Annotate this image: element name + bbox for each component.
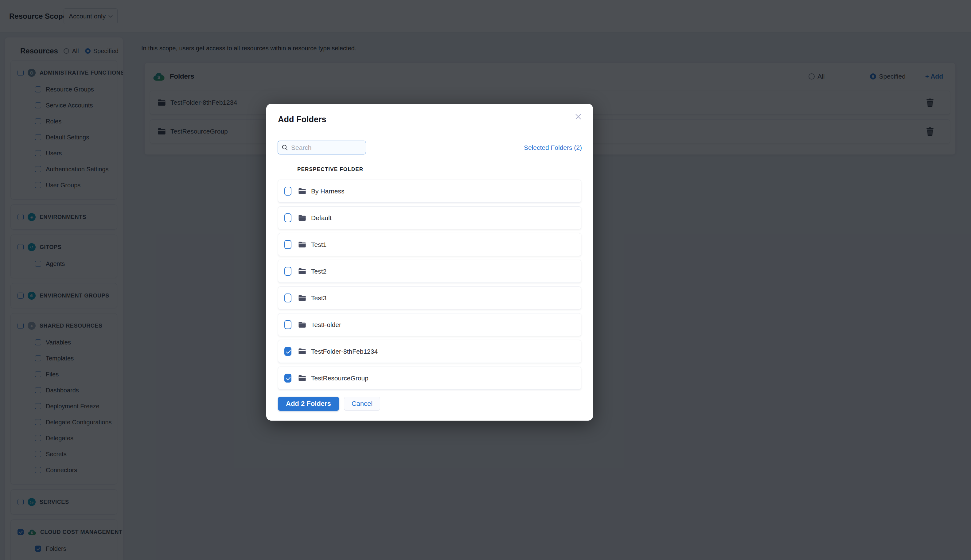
list-item[interactable]: Test3 — [278, 287, 581, 310]
folder-icon — [298, 295, 306, 301]
checkbox[interactable] — [284, 213, 292, 222]
folder-icon — [298, 268, 306, 275]
checkbox-checked[interactable] — [284, 373, 292, 383]
checkbox[interactable] — [284, 267, 292, 276]
modal-actions: Add 2 Folders Cancel — [278, 397, 380, 411]
list-item[interactable]: By Harness — [278, 180, 581, 203]
list-item[interactable]: Test2 — [278, 260, 581, 283]
checkbox-checked[interactable] — [284, 347, 292, 356]
list-item[interactable]: Test1 — [278, 233, 581, 256]
search-input[interactable] — [278, 141, 366, 155]
list-item[interactable]: TestResourceGroup — [278, 367, 581, 390]
column-header-perspective-folder: PERSPECTIVE FOLDER — [297, 167, 363, 173]
cancel-button[interactable]: Cancel — [344, 397, 380, 411]
checkbox[interactable] — [284, 320, 292, 329]
checkbox[interactable] — [284, 240, 292, 249]
folder-icon — [298, 241, 306, 248]
folder-icon — [298, 215, 306, 221]
selected-folders-link[interactable]: Selected Folders (2) — [524, 144, 582, 152]
list-item[interactable]: TestFolder-8thFeb1234 — [278, 340, 581, 363]
folder-icon — [298, 322, 306, 328]
close-icon[interactable] — [572, 110, 584, 123]
folder-icon — [298, 375, 306, 381]
modal-title: Add Folders — [278, 115, 327, 124]
add-folders-modal: Add Folders Selected Folders (2) PERSPEC… — [266, 104, 593, 421]
folder-list: By Harness Default Test1 Test2 — [278, 180, 581, 393]
folder-icon — [298, 188, 306, 194]
checkbox[interactable] — [284, 187, 292, 195]
search-field[interactable] — [291, 144, 362, 152]
list-item[interactable]: Default — [278, 206, 581, 229]
checkbox[interactable] — [284, 293, 292, 302]
add-folders-button[interactable]: Add 2 Folders — [278, 397, 339, 411]
list-item[interactable]: TestFolder — [278, 313, 581, 336]
folder-icon — [298, 348, 306, 355]
search-icon — [282, 144, 288, 151]
